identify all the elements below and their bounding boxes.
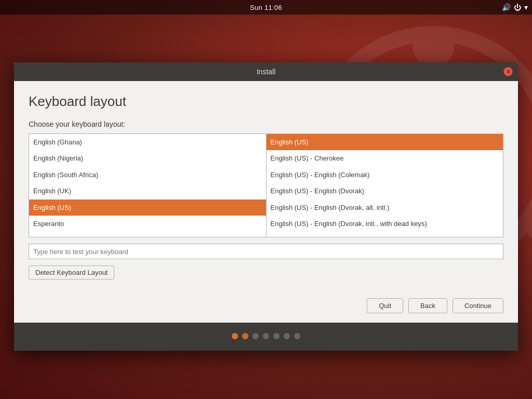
dialog-wrapper: Install ✕ Keyboard layout Choose your ke… (14, 62, 518, 351)
list-item[interactable]: Estonian (29, 232, 266, 237)
detect-keyboard-layout-button[interactable]: Detect Keyboard Layout (29, 265, 114, 280)
topbar-icons: 🔊 ⏻ ▾ (502, 3, 528, 11)
list-item[interactable]: English (US) - English (Colemak) (267, 167, 503, 183)
progress-dot (273, 333, 280, 339)
progress-dot (252, 333, 259, 339)
list-item[interactable]: English (US) - English (Dvorak) (267, 183, 503, 199)
list-item[interactable]: English (US) - Cherokee (267, 150, 503, 166)
quit-button[interactable]: Quit (367, 298, 403, 313)
progress-dot (294, 333, 300, 339)
list-item[interactable]: English (UK) (29, 183, 266, 199)
install-dialog: Install ✕ Keyboard layout Choose your ke… (14, 62, 518, 351)
dialog-title: Install (257, 68, 276, 76)
keyboard-test-input[interactable] (33, 248, 499, 256)
progress-dot (263, 333, 269, 339)
topbar-time: Sun 11:06 (250, 4, 282, 11)
language-list-right[interactable]: English (US)English (US) - CherokeeEngli… (267, 134, 503, 237)
list-item[interactable]: English (US) (267, 134, 503, 150)
dialog-body: Keyboard layout Choose your keyboard lay… (14, 81, 518, 292)
close-button[interactable]: ✕ (503, 67, 513, 76)
list-item[interactable]: English (US) - English (Dvorak, alt. int… (267, 200, 503, 216)
volume-icon[interactable]: 🔊 (502, 3, 511, 11)
language-list-left[interactable]: English (Ghana)English (Nigeria)English … (29, 134, 267, 237)
test-input-wrapper (29, 244, 503, 259)
choose-label: Choose your keyboard layout: (29, 120, 503, 128)
svg-point-2 (524, 202, 532, 243)
progress-dot (284, 333, 290, 339)
list-item[interactable]: English (Nigeria) (29, 150, 266, 166)
list-item[interactable]: English (US) (29, 200, 266, 216)
dialog-footer: Quit Back Continue (14, 292, 518, 323)
list-item[interactable]: English (US) - English (Dvorak, left-han… (267, 232, 503, 237)
progress-dot (242, 333, 248, 339)
topbar: Sun 11:06 🔊 ⏻ ▾ (0, 0, 532, 15)
lists-container: English (Ghana)English (Nigeria)English … (29, 134, 503, 237)
back-button[interactable]: Back (408, 298, 447, 313)
page-title: Keyboard layout (29, 94, 503, 110)
chevron-down-icon[interactable]: ▾ (524, 3, 528, 11)
list-item[interactable]: English (US) - English (Dvorak, intl., w… (267, 216, 503, 232)
progress-dot (232, 333, 238, 339)
list-item[interactable]: English (South Africa) (29, 167, 266, 183)
continue-button[interactable]: Continue (453, 298, 503, 313)
power-icon[interactable]: ⏻ (514, 3, 521, 11)
list-item[interactable]: English (Ghana) (29, 134, 266, 150)
list-item[interactable]: Esperanto (29, 216, 266, 232)
svg-point-1 (413, 26, 454, 68)
dialog-titlebar: Install ✕ (14, 62, 518, 81)
progress-dots (14, 323, 518, 351)
